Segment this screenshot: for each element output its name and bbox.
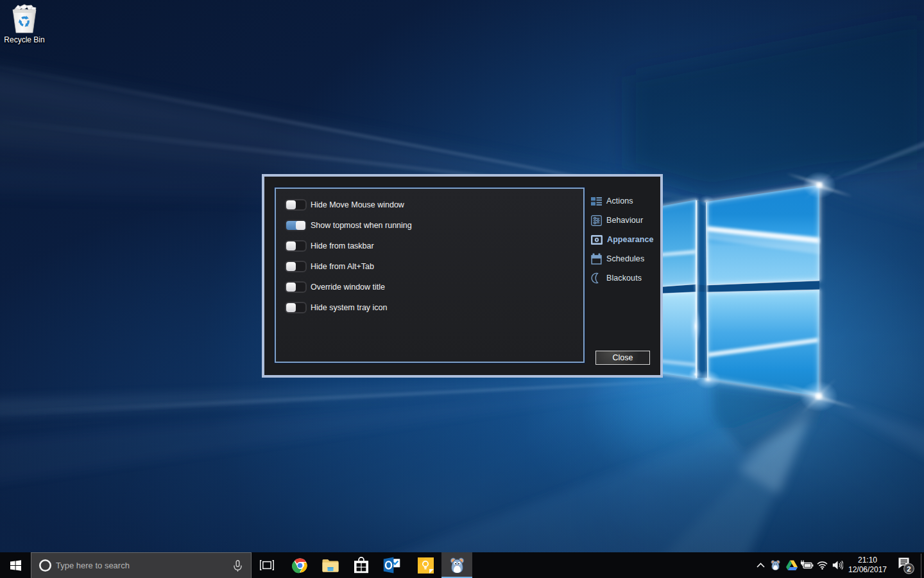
svg-text:2: 2 bbox=[907, 565, 911, 572]
